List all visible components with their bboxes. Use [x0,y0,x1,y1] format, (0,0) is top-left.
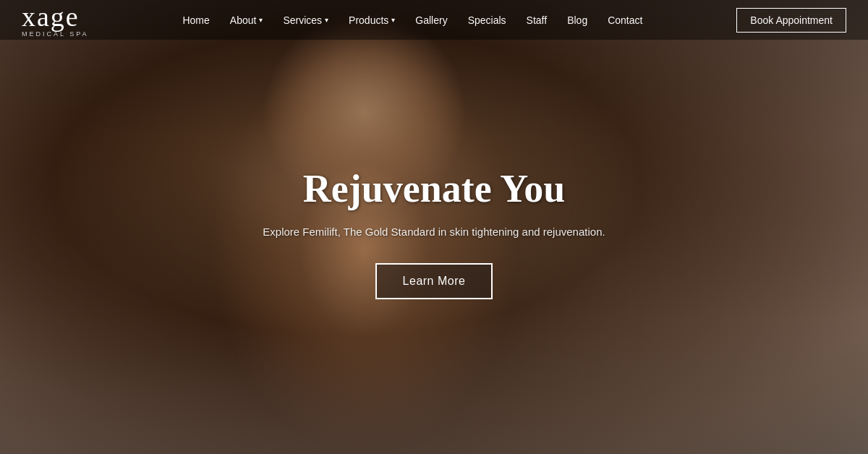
logo-subtitle: MEDICAL SPA [22,30,89,38]
nav-link-contact[interactable]: Contact [597,14,652,26]
logo-text: xage [22,3,89,30]
chevron-down-icon: ▾ [325,16,328,24]
nav-link-specials[interactable]: Specials [458,14,516,26]
nav-item-services[interactable]: Services ▾ [273,14,339,26]
nav-link-products[interactable]: Products ▾ [339,14,405,26]
nav-item-specials[interactable]: Specials [458,14,516,26]
book-appointment-button[interactable]: Book Appointment [736,8,846,33]
hero-content: Rejuvenate You Explore Femilift, The Gol… [0,40,868,454]
nav-link-services[interactable]: Services ▾ [273,14,339,26]
nav-item-blog[interactable]: Blog [557,14,597,26]
nav-item-staff[interactable]: Staff [516,14,558,26]
nav-links: Home About ▾ Services ▾ Products ▾ Galle… [172,14,652,26]
logo[interactable]: xage MEDICAL SPA [22,3,89,38]
nav-link-about[interactable]: About ▾ [220,14,273,26]
learn-more-button[interactable]: Learn More [375,263,493,299]
nav-item-gallery[interactable]: Gallery [405,14,457,26]
navbar: xage MEDICAL SPA Home About ▾ Services ▾… [0,0,868,40]
nav-link-gallery[interactable]: Gallery [405,14,457,26]
hero-subtitle: Explore Femilift, The Gold Standard in s… [263,226,605,238]
nav-item-home[interactable]: Home [172,14,219,26]
nav-link-blog[interactable]: Blog [557,14,597,26]
nav-item-about[interactable]: About ▾ [220,14,273,26]
chevron-down-icon: ▾ [391,16,395,24]
hero-title: Rejuvenate You [303,166,565,211]
nav-link-home[interactable]: Home [172,14,219,26]
chevron-down-icon: ▾ [259,16,263,24]
hero-section: xage MEDICAL SPA Home About ▾ Services ▾… [0,0,868,454]
nav-link-staff[interactable]: Staff [516,14,558,26]
nav-item-products[interactable]: Products ▾ [339,14,405,26]
nav-item-contact[interactable]: Contact [597,14,652,26]
